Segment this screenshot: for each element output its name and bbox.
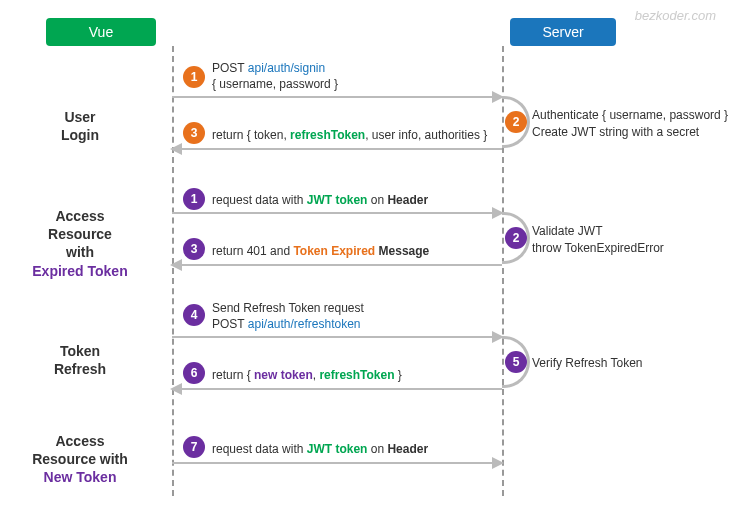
section-label-l1: User — [64, 109, 95, 125]
arrow-3 — [172, 148, 502, 150]
actor-server: Server — [510, 18, 616, 46]
step-s2-2-badge: 2 — [505, 227, 527, 249]
section-label-l2: Login — [61, 127, 99, 143]
step-6-badge: 6 — [183, 362, 205, 384]
arrow-4 — [172, 212, 502, 214]
step-s2-3-badge: 3 — [183, 238, 205, 260]
msg-1: POST api/auth/signin { username, passwor… — [212, 60, 338, 92]
msg-4: request data with JWT token on Header — [212, 192, 428, 208]
step-4-badge: 4 — [183, 304, 205, 326]
step-2-badge: 2 — [505, 111, 527, 133]
section2-l3: with — [66, 244, 94, 260]
section-new-token: Access Resource with New Token — [0, 432, 160, 487]
section2-l1: Access — [55, 208, 104, 224]
step-3-badge: 3 — [183, 122, 205, 144]
msg-8: Verify Refresh Token — [532, 355, 732, 372]
step-5-badge: 5 — [505, 351, 527, 373]
section3-l2: Refresh — [54, 361, 106, 377]
msg-3: return { token, refreshToken, user info,… — [212, 127, 487, 143]
watermark: bezkoder.com — [635, 8, 716, 23]
arrow-10 — [172, 462, 502, 464]
lifeline-vue — [172, 46, 174, 496]
arrow-9 — [172, 388, 502, 390]
section2-l4: Expired Token — [32, 263, 127, 279]
msg-5: Validate JWT throw TokenExpiredError — [532, 223, 732, 257]
section4-l3: New Token — [44, 469, 117, 485]
arrow-1 — [172, 96, 502, 98]
section-token-refresh: Token Refresh — [0, 342, 160, 378]
arrow-7 — [172, 336, 502, 338]
actor-vue: Vue — [46, 18, 156, 46]
step-s2-1-badge: 1 — [183, 188, 205, 210]
msg-6: return 401 and Token Expired Message — [212, 243, 429, 259]
section4-l2: Resource with — [32, 451, 128, 467]
arrow-6 — [172, 264, 502, 266]
step-7-badge: 7 — [183, 436, 205, 458]
msg-7: Send Refresh Token request POST api/auth… — [212, 300, 364, 332]
msg-9: return { new token, refreshToken } — [212, 367, 402, 383]
section3-l1: Token — [60, 343, 100, 359]
msg-10: request data with JWT token on Header — [212, 441, 428, 457]
section4-l1: Access — [55, 433, 104, 449]
step-1-badge: 1 — [183, 66, 205, 88]
section-expired-token: Access Resource with Expired Token — [0, 207, 160, 280]
msg-2: Authenticate { username, password } Crea… — [532, 107, 732, 141]
section-user-login: User Login — [0, 108, 160, 144]
section2-l2: Resource — [48, 226, 112, 242]
